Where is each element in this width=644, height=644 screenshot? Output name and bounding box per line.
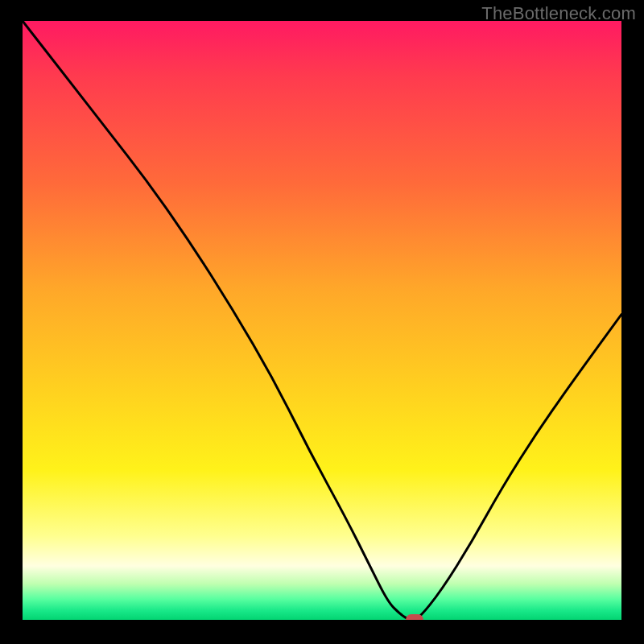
watermark-text: TheBottleneck.com — [481, 3, 636, 24]
chart-frame: TheBottleneck.com — [0, 0, 644, 644]
bottleneck-curve — [23, 21, 621, 620]
plot-area — [23, 21, 621, 620]
curve-layer — [23, 21, 621, 620]
optimal-marker — [406, 614, 423, 620]
